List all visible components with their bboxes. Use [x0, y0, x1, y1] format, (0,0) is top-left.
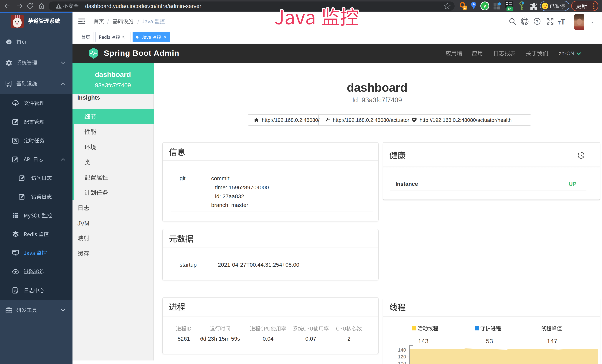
svg-text:y: y: [484, 3, 486, 8]
svg-text:on: on: [508, 7, 511, 11]
svg-text:1: 1: [464, 6, 466, 9]
svg-text:?: ?: [536, 19, 538, 23]
